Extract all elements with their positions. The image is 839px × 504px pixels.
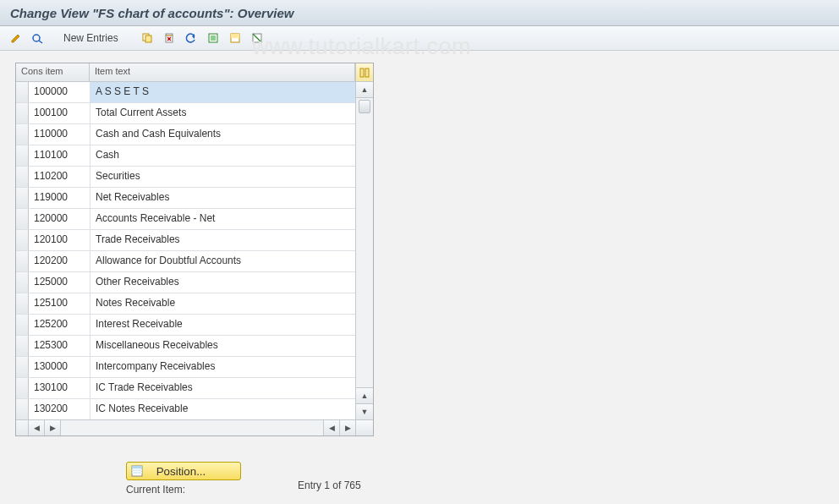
table-row[interactable]: 100000A S S E T S — [16, 82, 355, 103]
svg-rect-12 — [231, 34, 239, 38]
current-item-label: Current Item: — [126, 484, 241, 496]
scroll-right-near-icon[interactable]: ▶ — [45, 420, 61, 436]
scroll-up-icon[interactable]: ▲ — [356, 82, 373, 98]
svg-rect-18 — [132, 466, 142, 468]
table-control: Cons item Item text 100000A S S E T S100… — [15, 63, 374, 436]
scroll-left-icon[interactable]: ◀ — [29, 420, 45, 436]
scroll-track-vertical[interactable] — [356, 98, 373, 387]
scroll-track-horizontal[interactable] — [61, 420, 323, 436]
vertical-scrollbar[interactable]: ▲ ▲ ▼ — [355, 82, 373, 419]
cell-item-text[interactable]: Notes Receivable — [90, 293, 355, 314]
table-row[interactable]: 120100Trade Receivables — [16, 230, 355, 251]
scroll-right-icon[interactable]: ▶ — [339, 420, 355, 436]
row-selector[interactable] — [16, 399, 29, 419]
cell-item-text[interactable]: IC Trade Receivables — [90, 378, 355, 398]
cell-item-text[interactable]: Allowance for Doubtful Accounts — [90, 251, 355, 271]
row-selector[interactable] — [16, 293, 29, 314]
cell-item-text[interactable]: Accounts Receivable - Net — [90, 209, 355, 229]
cell-cons-item[interactable]: 125300 — [29, 336, 90, 356]
new-entries-button[interactable]: New Entries — [58, 29, 124, 47]
page-title: Change View "FS chart of accounts": Over… — [10, 6, 293, 20]
cell-cons-item[interactable]: 130000 — [29, 357, 90, 377]
table-row[interactable]: 110100Cash — [16, 145, 355, 167]
cell-cons-item[interactable]: 110200 — [29, 167, 90, 187]
table-row[interactable]: 100100Total Current Assets — [16, 103, 355, 124]
table-row[interactable]: 125300Miscellaneous Receivables — [16, 336, 355, 357]
cell-item-text[interactable]: Securities — [90, 167, 355, 187]
cell-item-text[interactable]: A S S E T S — [90, 82, 355, 102]
deselect-all-icon[interactable] — [248, 29, 266, 47]
table-row[interactable]: 125100Notes Receivable — [16, 293, 355, 315]
row-selector[interactable] — [16, 251, 29, 271]
table-row[interactable]: 110200Securities — [16, 167, 355, 188]
scroll-down-icon[interactable]: ▼ — [356, 403, 373, 419]
cell-cons-item[interactable]: 120100 — [29, 230, 90, 250]
table-body: 100000A S S E T S100100Total Current Ass… — [16, 82, 355, 419]
table-row[interactable]: 130200IC Notes Receivable — [16, 399, 355, 419]
row-selector[interactable] — [16, 357, 29, 377]
table-row[interactable]: 125000Other Receivables — [16, 272, 355, 293]
display-change-icon[interactable] — [7, 29, 25, 47]
horizontal-scrollbar[interactable]: ◀ ▶ ◀ ▶ — [16, 419, 373, 436]
row-selector[interactable] — [16, 167, 29, 187]
svg-rect-16 — [365, 68, 369, 77]
table-row[interactable]: 120200Allowance for Doubtful Accounts — [16, 251, 355, 272]
row-selector[interactable] — [16, 103, 29, 123]
cell-item-text[interactable]: Cash and Cash Equivalents — [90, 124, 355, 145]
copy-as-icon[interactable] — [138, 29, 156, 47]
cell-item-text[interactable]: Total Current Assets — [90, 103, 355, 123]
scroll-up-inner-icon[interactable]: ▲ — [356, 387, 373, 403]
cell-item-text[interactable]: Other Receivables — [90, 272, 355, 293]
scroll-thumb-vertical[interactable] — [359, 100, 370, 113]
undo-change-icon[interactable] — [182, 29, 200, 47]
table-settings-icon[interactable] — [355, 63, 373, 81]
other-view-icon[interactable] — [29, 29, 47, 47]
row-selector[interactable] — [16, 82, 29, 102]
select-all-icon[interactable] — [204, 29, 222, 47]
table-row[interactable]: 130000Intercompany Receivables — [16, 357, 355, 378]
cell-cons-item[interactable]: 119000 — [29, 188, 90, 208]
position-button-label: Position... — [156, 465, 206, 478]
cell-cons-item[interactable]: 100000 — [29, 82, 90, 102]
row-selector[interactable] — [16, 378, 29, 398]
table-row[interactable]: 119000Net Receivables — [16, 188, 355, 209]
cell-cons-item[interactable]: 100100 — [29, 103, 90, 123]
table-row[interactable]: 110000Cash and Cash Equivalents — [16, 124, 355, 145]
cell-item-text[interactable]: Miscellaneous Receivables — [90, 336, 355, 356]
position-button[interactable]: Position... — [126, 462, 241, 480]
table-row[interactable]: 120000Accounts Receivable - Net — [16, 209, 355, 230]
cell-cons-item[interactable]: 125100 — [29, 293, 90, 314]
cell-item-text[interactable]: IC Notes Receivable — [90, 399, 355, 419]
table-row[interactable]: 130100IC Trade Receivables — [16, 378, 355, 399]
column-header-item-text[interactable]: Item text — [90, 63, 355, 81]
row-selector[interactable] — [16, 230, 29, 250]
row-selector[interactable] — [16, 336, 29, 356]
row-selector[interactable] — [16, 209, 29, 229]
row-selector[interactable] — [16, 188, 29, 208]
cell-cons-item[interactable]: 110000 — [29, 124, 90, 145]
cell-cons-item[interactable]: 130100 — [29, 378, 90, 398]
cell-item-text[interactable]: Intercompany Receivables — [90, 357, 355, 377]
svg-point-0 — [33, 35, 40, 41]
cell-item-text[interactable]: Interest Receivable — [90, 315, 355, 335]
cell-cons-item[interactable]: 110100 — [29, 145, 90, 166]
cell-cons-item[interactable]: 120000 — [29, 209, 90, 229]
select-block-icon[interactable] — [226, 29, 244, 47]
cell-cons-item[interactable]: 125200 — [29, 315, 90, 335]
cell-item-text[interactable]: Net Receivables — [90, 188, 355, 208]
cell-cons-item[interactable]: 125000 — [29, 272, 90, 293]
cell-cons-item[interactable]: 120200 — [29, 251, 90, 271]
cell-item-text[interactable]: Cash — [90, 145, 355, 166]
row-selector[interactable] — [16, 272, 29, 293]
row-selector[interactable] — [16, 315, 29, 335]
table-row[interactable]: 125200Interest Receivable — [16, 315, 355, 336]
row-selector[interactable] — [16, 145, 29, 166]
cell-item-text[interactable]: Trade Receivables — [90, 230, 355, 250]
column-header-cons-item[interactable]: Cons item — [16, 63, 90, 81]
scroll-left-far-icon[interactable]: ◀ — [323, 420, 339, 436]
svg-rect-20 — [132, 472, 142, 474]
cell-cons-item[interactable]: 130200 — [29, 399, 90, 419]
row-selector[interactable] — [16, 124, 29, 145]
delete-icon[interactable] — [160, 29, 178, 47]
hscroll-corner-right — [355, 420, 373, 436]
